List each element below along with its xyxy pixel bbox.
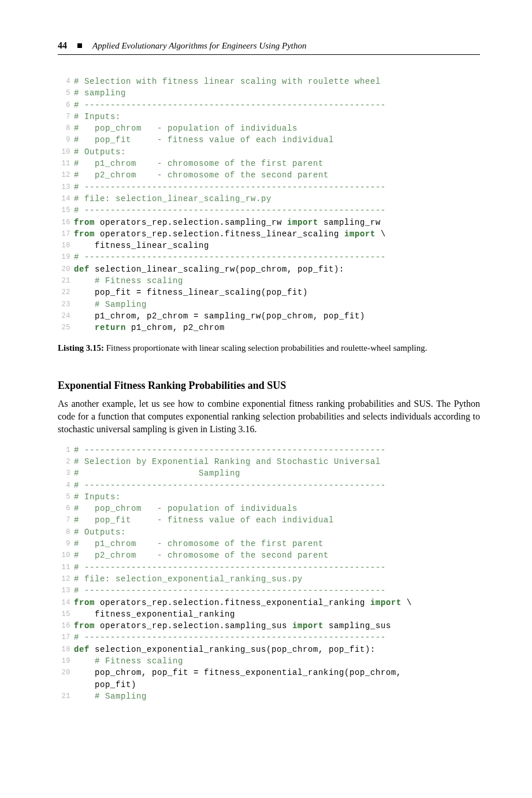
listing-3-15-caption: Listing 3.15: Fitness proportionate with…: [58, 342, 480, 354]
page: 44 Applied Evolutionary Algorithms for E…: [0, 0, 532, 798]
code-line: 14from operators_rep.selection.fitness_e…: [58, 597, 480, 608]
line-number: 18: [58, 644, 70, 655]
code-line: 4# Selection with fitness linear scaling…: [58, 76, 480, 87]
line-number: 19: [58, 655, 70, 667]
code-line: 8# Outputs:: [58, 526, 480, 538]
code-text: fitness_linear_scaling: [74, 240, 480, 251]
code-text: # Fitness scaling: [74, 655, 480, 667]
code-text: p1_chrom, p2_chrom = sampling_rw(pop_chr…: [74, 310, 480, 322]
code-text: # Inputs:: [74, 491, 480, 503]
page-header: 44 Applied Evolutionary Algorithms for E…: [58, 40, 480, 55]
code-line: 5# sampling: [58, 87, 480, 99]
code-line: 21 # Fitness scaling: [58, 275, 480, 287]
code-text: def selection_exponential_ranking_sus(po…: [74, 644, 480, 655]
code-text: # sampling: [74, 87, 480, 99]
line-number: 21: [58, 275, 70, 287]
code-text: from operators_rep.selection.sampling_rw…: [74, 217, 480, 228]
line-number: 11: [58, 158, 70, 169]
code-line: 1# -------------------------------------…: [58, 444, 480, 456]
line-number: 23: [58, 299, 70, 310]
line-number: 9: [58, 134, 70, 146]
code-text: def selection_linear_scaling_rw(pop_chro…: [74, 263, 480, 275]
code-line: 5# Inputs:: [58, 491, 480, 503]
code-text: # file: selection_exponential_ranking_su…: [74, 573, 480, 585]
code-line: 2# Selection by Exponential Ranking and …: [58, 456, 480, 467]
code-text: # pop_chrom - population of individuals: [74, 503, 480, 514]
section-paragraph: As another example, let us see how to co…: [58, 398, 480, 436]
code-line: 20def selection_linear_scaling_rw(pop_ch…: [58, 263, 480, 275]
code-text: # --------------------------------------…: [74, 251, 480, 263]
code-line: 22 pop_fit = fitness_linear_scaling(pop_…: [58, 287, 480, 298]
code-line: 7# pop_fit - fitness value of each indiv…: [58, 514, 480, 526]
code-line: 4# -------------------------------------…: [58, 480, 480, 491]
code-text: pop_fit = fitness_linear_scaling(pop_fit…: [74, 287, 480, 298]
code-line: 12# p2_chrom - chromosome of the second …: [58, 169, 480, 181]
code-line: 6# pop_chrom - population of individuals: [58, 503, 480, 514]
code-line: 10# Outputs:: [58, 146, 480, 158]
line-number: [58, 679, 70, 691]
code-text: # pop_fit - fitness value of each indivi…: [74, 134, 480, 146]
code-text: # Selection by Exponential Ranking and S…: [74, 456, 480, 467]
page-number: 44: [58, 40, 67, 51]
line-number: 6: [58, 503, 70, 514]
code-text: # p1_chrom - chromosome of the first par…: [74, 158, 480, 169]
line-number: 12: [58, 169, 70, 181]
code-text: pop_chrom, pop_fit = fitness_exponential…: [74, 667, 480, 678]
section-heading: Exponential Fitness Ranking Probabilitie…: [58, 380, 480, 392]
code-text: # --------------------------------------…: [74, 632, 480, 643]
code-text: # --------------------------------------…: [74, 181, 480, 193]
code-line: 19# ------------------------------------…: [58, 251, 480, 263]
code-line: 8# pop_chrom - population of individuals: [58, 123, 480, 134]
line-number: 24: [58, 310, 70, 322]
line-number: 11: [58, 562, 70, 573]
line-number: 2: [58, 456, 70, 467]
code-line: 16from operators_rep.selection.sampling_…: [58, 217, 480, 228]
code-line: 11# p1_chrom - chromosome of the first p…: [58, 158, 480, 169]
line-number: 9: [58, 538, 70, 550]
code-text: # Sampling: [74, 299, 480, 310]
line-number: 4: [58, 76, 70, 87]
code-text: # --------------------------------------…: [74, 99, 480, 111]
code-text: # Fitness scaling: [74, 275, 480, 287]
line-number: 5: [58, 491, 70, 503]
line-number: 15: [58, 608, 70, 620]
code-text: # pop_chrom - population of individuals: [74, 123, 480, 134]
caption-text: Fitness proportionate with linear scalin…: [104, 343, 427, 352]
code-line: 11# ------------------------------------…: [58, 562, 480, 573]
line-number: 3: [58, 467, 70, 479]
code-line: 17# ------------------------------------…: [58, 632, 480, 643]
line-number: 18: [58, 240, 70, 251]
code-line: 14# file: selection_linear_scaling_rw.py: [58, 193, 480, 205]
code-line: 3# Sampling: [58, 467, 480, 479]
line-number: 8: [58, 526, 70, 538]
code-text: # --------------------------------------…: [74, 480, 480, 491]
line-number: 7: [58, 514, 70, 526]
code-text: # --------------------------------------…: [74, 585, 480, 596]
line-number: 16: [58, 620, 70, 632]
code-text: # Sampling: [74, 467, 480, 479]
code-text: from operators_rep.selection.fitness_exp…: [74, 597, 480, 608]
line-number: 19: [58, 251, 70, 263]
code-text: # Inputs:: [74, 111, 480, 123]
code-text: # p2_chrom - chromosome of the second pa…: [74, 169, 480, 181]
code-line: 16from operators_rep.selection.sampling_…: [58, 620, 480, 632]
line-number: 13: [58, 181, 70, 193]
code-line: 12# file: selection_exponential_ranking_…: [58, 573, 480, 585]
code-line: 17from operators_rep.selection.fitness_l…: [58, 228, 480, 240]
line-number: 17: [58, 632, 70, 643]
line-number: 20: [58, 263, 70, 275]
line-number: 10: [58, 550, 70, 561]
line-number: 20: [58, 667, 70, 678]
line-number: 6: [58, 99, 70, 111]
code-text: # Outputs:: [74, 526, 480, 538]
code-text: fitness_exponential_ranking: [74, 608, 480, 620]
code-line: pop_fit): [58, 679, 480, 691]
line-number: 25: [58, 322, 70, 333]
code-line: 7# Inputs:: [58, 111, 480, 123]
code-line: 18 fitness_linear_scaling: [58, 240, 480, 251]
code-line: 19 # Fitness scaling: [58, 655, 480, 667]
caption-label: Listing 3.15:: [58, 343, 104, 352]
code-text: # p2_chrom - chromosome of the second pa…: [74, 550, 480, 561]
code-text: # --------------------------------------…: [74, 444, 480, 456]
code-text: # pop_fit - fitness value of each indivi…: [74, 514, 480, 526]
